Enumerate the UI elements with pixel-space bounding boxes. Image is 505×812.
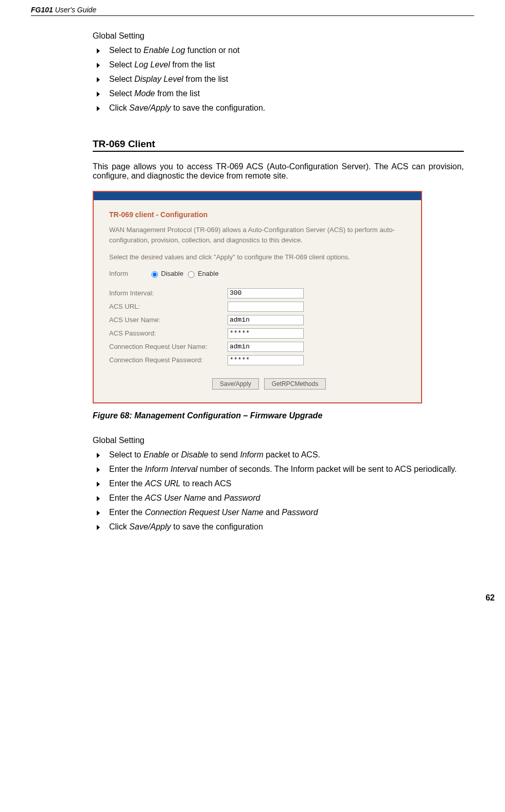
row-acs-user: ACS User Name: <box>109 315 406 325</box>
input-cr-user[interactable] <box>228 342 304 352</box>
row-acs-pass: ACS Password: <box>109 328 406 339</box>
list-item: Select to Enable Log function or not <box>93 46 464 55</box>
inform-row: Inform Disable Enable <box>109 270 406 278</box>
header-model: FG101 <box>31 6 53 14</box>
row-cr-user: Connection Request User Name: <box>109 342 406 352</box>
inform-label: Inform <box>109 270 128 277</box>
section-title-2: Global Setting <box>93 436 464 445</box>
label-inform-interval: Inform Interval: <box>109 289 228 297</box>
list-item: Click Save/Apply to save the configurati… <box>93 522 464 532</box>
figure-68: TR-069 client - Configuration WAN Manage… <box>93 191 464 403</box>
figure-desc-1: WAN Management Protocol (TR-069) allows … <box>109 225 406 245</box>
figure-title: TR-069 client - Configuration <box>109 210 406 219</box>
radio-enable[interactable] <box>188 271 195 278</box>
page-header: FG101 User's Guide <box>31 5 474 16</box>
row-acs-url: ACS URL: <box>109 302 406 312</box>
page-number: 62 <box>31 593 495 603</box>
header-rest: User's Guide <box>53 6 96 14</box>
input-cr-pass[interactable] <box>228 355 304 365</box>
save-apply-button[interactable]: Save/Apply <box>212 378 259 390</box>
section-title-1: Global Setting <box>93 31 464 41</box>
heading-tr069: TR-069 Client <box>93 138 464 152</box>
list-item: Enter the ACS User Name and Password <box>93 493 464 503</box>
radio-disable[interactable] <box>151 271 158 278</box>
label-cr-pass: Connection Request Password: <box>109 356 228 364</box>
figure-desc-2: Select the desired values and click "App… <box>109 252 406 262</box>
list-item: Select Display Level from the list <box>93 75 464 84</box>
input-acs-pass[interactable] <box>228 328 304 339</box>
inform-radio-group: Disable Enable <box>149 270 219 278</box>
bullet-list-1: Select to Enable Log function or notSele… <box>93 46 464 113</box>
radio-disable-label: Disable <box>161 270 183 277</box>
header-text: FG101 User's Guide <box>31 6 96 14</box>
label-acs-url: ACS URL: <box>109 303 228 310</box>
input-acs-user[interactable] <box>228 315 304 325</box>
figure-body: TR-069 client - Configuration WAN Manage… <box>94 200 421 402</box>
label-acs-pass: ACS Password: <box>109 329 228 337</box>
getrpc-button[interactable]: GetRPCMethods <box>264 378 326 390</box>
input-acs-url[interactable] <box>228 302 304 312</box>
bullet-list-2: Select to Enable or Disable to send Info… <box>93 450 464 532</box>
list-item: Select to Enable or Disable to send Info… <box>93 450 464 460</box>
label-acs-user: ACS User Name: <box>109 316 228 324</box>
label-cr-user: Connection Request User Name: <box>109 343 228 350</box>
row-cr-pass: Connection Request Password: <box>109 355 406 365</box>
list-item: Enter the ACS URL to reach ACS <box>93 479 464 488</box>
figure-caption: Figure 68: Management Configuration – Fi… <box>93 411 464 420</box>
figure-container: TR-069 client - Configuration WAN Manage… <box>93 191 422 403</box>
list-item: Select Mode from the list <box>93 89 464 98</box>
list-item: Select Log Level from the list <box>93 60 464 69</box>
list-item: Enter the Inform Interval number of seco… <box>93 465 464 474</box>
figure-topbar <box>94 192 421 200</box>
intro-paragraph: This page allows you to access TR-069 AC… <box>93 162 464 181</box>
input-inform-interval[interactable] <box>228 288 304 298</box>
row-inform-interval: Inform Interval: <box>109 288 406 298</box>
list-item: Click Save/Apply to save the configurati… <box>93 103 464 113</box>
button-row: Save/Apply GetRPCMethods <box>212 378 406 390</box>
list-item: Enter the Connection Request User Name a… <box>93 508 464 517</box>
radio-enable-label: Enable <box>198 270 218 277</box>
